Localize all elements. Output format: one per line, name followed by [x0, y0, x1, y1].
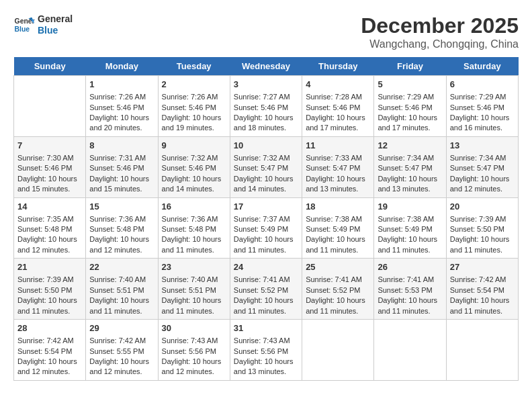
sunset-text: Sunset: 5:48 PM [17, 224, 82, 234]
sunset-text: Sunset: 5:53 PM [378, 285, 442, 295]
sunrise-text: Sunrise: 7:41 AM [234, 275, 298, 285]
month-title: December 2025 [361, 13, 519, 38]
sunset-text: Sunset: 5:46 PM [306, 103, 370, 113]
sunrise-text: Sunrise: 7:39 AM [450, 214, 515, 224]
day-number: 14 [17, 201, 82, 213]
calendar-cell: 16Sunrise: 7:36 AMSunset: 5:48 PMDayligh… [158, 197, 230, 259]
daylight-text: Daylight: 10 hours and 12 minutes. [17, 357, 82, 377]
page-header: General Blue General Blue December 2025 … [13, 13, 519, 50]
logo-line2: Blue [38, 25, 73, 36]
sunset-text: Sunset: 5:48 PM [162, 224, 226, 234]
daylight-text: Daylight: 10 hours and 11 minutes. [450, 295, 515, 316]
day-number: 21 [17, 261, 82, 273]
calendar-cell: 25Sunrise: 7:41 AMSunset: 5:52 PMDayligh… [302, 259, 374, 320]
day-header-thursday: Thursday [302, 57, 374, 76]
day-number: 22 [89, 261, 154, 273]
daylight-text: Daylight: 10 hours and 14 minutes. [162, 174, 226, 195]
sunset-text: Sunset: 5:48 PM [89, 224, 154, 234]
daylight-text: Daylight: 10 hours and 17 minutes. [306, 113, 370, 134]
daylight-text: Daylight: 10 hours and 12 minutes. [17, 234, 82, 255]
calendar-header-row: SundayMondayTuesdayWednesdayThursdayFrid… [14, 57, 519, 76]
daylight-text: Daylight: 10 hours and 12 minutes. [89, 357, 154, 377]
sunrise-text: Sunrise: 7:29 AM [450, 92, 515, 102]
sunrise-text: Sunrise: 7:41 AM [378, 275, 442, 285]
daylight-text: Daylight: 10 hours and 19 minutes. [162, 113, 226, 134]
calendar-cell: 3Sunrise: 7:27 AMSunset: 5:46 PMDaylight… [230, 76, 302, 137]
sunset-text: Sunset: 5:46 PM [162, 163, 226, 173]
calendar-cell: 24Sunrise: 7:41 AMSunset: 5:52 PMDayligh… [230, 259, 302, 320]
daylight-text: Daylight: 10 hours and 13 minutes. [234, 357, 298, 377]
daylight-text: Daylight: 10 hours and 15 minutes. [89, 174, 154, 195]
sunrise-text: Sunrise: 7:41 AM [306, 275, 370, 285]
calendar-cell: 14Sunrise: 7:35 AMSunset: 5:48 PMDayligh… [14, 197, 86, 259]
day-header-tuesday: Tuesday [158, 57, 230, 76]
sunset-text: Sunset: 5:46 PM [162, 103, 226, 113]
day-number: 8 [89, 140, 154, 152]
sunset-text: Sunset: 5:50 PM [17, 285, 82, 295]
calendar-cell: 17Sunrise: 7:37 AMSunset: 5:49 PMDayligh… [230, 197, 302, 259]
sunset-text: Sunset: 5:55 PM [89, 347, 154, 357]
daylight-text: Daylight: 10 hours and 12 minutes. [162, 357, 226, 377]
calendar-cell: 13Sunrise: 7:34 AMSunset: 5:47 PMDayligh… [446, 136, 518, 197]
sunset-text: Sunset: 5:56 PM [162, 347, 226, 357]
sunset-text: Sunset: 5:51 PM [89, 285, 154, 295]
day-number: 23 [162, 261, 226, 273]
calendar-cell: 23Sunrise: 7:40 AMSunset: 5:51 PMDayligh… [158, 259, 230, 320]
sunset-text: Sunset: 5:51 PM [162, 285, 226, 295]
day-number: 18 [306, 201, 370, 213]
day-number: 17 [234, 201, 298, 213]
sunset-text: Sunset: 5:46 PM [89, 103, 154, 113]
sunrise-text: Sunrise: 7:32 AM [234, 153, 298, 163]
daylight-text: Daylight: 10 hours and 15 minutes. [17, 174, 82, 195]
daylight-text: Daylight: 10 hours and 13 minutes. [306, 174, 370, 195]
week-row-1: 1Sunrise: 7:26 AMSunset: 5:46 PMDaylight… [14, 76, 519, 137]
day-number: 13 [450, 140, 515, 152]
week-row-5: 28Sunrise: 7:42 AMSunset: 5:54 PMDayligh… [14, 320, 519, 381]
day-header-sunday: Sunday [14, 57, 86, 76]
week-row-4: 21Sunrise: 7:39 AMSunset: 5:50 PMDayligh… [14, 259, 519, 320]
sunset-text: Sunset: 5:47 PM [306, 163, 370, 173]
calendar-cell: 19Sunrise: 7:38 AMSunset: 5:49 PMDayligh… [374, 197, 446, 259]
sunrise-text: Sunrise: 7:42 AM [450, 275, 515, 285]
sunrise-text: Sunrise: 7:36 AM [89, 214, 154, 224]
sunrise-text: Sunrise: 7:26 AM [89, 92, 154, 102]
day-number: 11 [306, 140, 370, 152]
logo: General Blue General Blue [13, 13, 73, 36]
calendar-cell [374, 320, 446, 381]
calendar-cell: 20Sunrise: 7:39 AMSunset: 5:50 PMDayligh… [446, 197, 518, 259]
daylight-text: Daylight: 10 hours and 12 minutes. [450, 174, 515, 195]
sunset-text: Sunset: 5:47 PM [234, 163, 298, 173]
sunset-text: Sunset: 5:46 PM [89, 163, 154, 173]
day-number: 29 [89, 322, 154, 334]
sunrise-text: Sunrise: 7:43 AM [162, 336, 226, 346]
sunrise-text: Sunrise: 7:31 AM [89, 153, 154, 163]
day-number: 15 [89, 201, 154, 213]
calendar-cell: 11Sunrise: 7:33 AMSunset: 5:47 PMDayligh… [302, 136, 374, 197]
sunrise-text: Sunrise: 7:40 AM [89, 275, 154, 285]
daylight-text: Daylight: 10 hours and 11 minutes. [89, 295, 154, 316]
sunrise-text: Sunrise: 7:37 AM [234, 214, 298, 224]
calendar-cell: 8Sunrise: 7:31 AMSunset: 5:46 PMDaylight… [86, 136, 158, 197]
calendar-cell: 21Sunrise: 7:39 AMSunset: 5:50 PMDayligh… [14, 259, 86, 320]
calendar-cell: 5Sunrise: 7:29 AMSunset: 5:46 PMDaylight… [374, 76, 446, 137]
day-number: 28 [17, 322, 82, 334]
calendar-cell: 2Sunrise: 7:26 AMSunset: 5:46 PMDaylight… [158, 76, 230, 137]
sunrise-text: Sunrise: 7:27 AM [234, 92, 298, 102]
sunrise-text: Sunrise: 7:42 AM [17, 336, 82, 346]
day-number: 12 [378, 140, 442, 152]
day-number: 30 [162, 322, 226, 334]
daylight-text: Daylight: 10 hours and 11 minutes. [17, 295, 82, 316]
day-number: 5 [378, 79, 442, 91]
calendar-cell: 15Sunrise: 7:36 AMSunset: 5:48 PMDayligh… [86, 197, 158, 259]
logo-icon: General Blue [13, 14, 35, 36]
daylight-text: Daylight: 10 hours and 11 minutes. [306, 234, 370, 255]
sunrise-text: Sunrise: 7:38 AM [306, 214, 370, 224]
calendar-cell: 18Sunrise: 7:38 AMSunset: 5:49 PMDayligh… [302, 197, 374, 259]
calendar-cell: 28Sunrise: 7:42 AMSunset: 5:54 PMDayligh… [14, 320, 86, 381]
day-header-monday: Monday [86, 57, 158, 76]
sunset-text: Sunset: 5:50 PM [450, 224, 515, 234]
calendar-cell: 30Sunrise: 7:43 AMSunset: 5:56 PMDayligh… [158, 320, 230, 381]
sunset-text: Sunset: 5:54 PM [450, 285, 515, 295]
day-number: 16 [162, 201, 226, 213]
sunset-text: Sunset: 5:49 PM [234, 224, 298, 234]
